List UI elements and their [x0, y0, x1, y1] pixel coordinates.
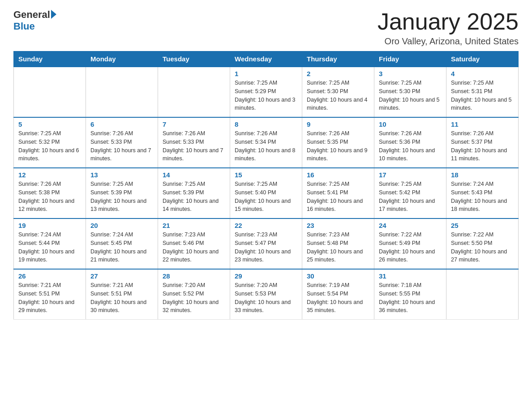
day-info: Sunrise: 7:26 AMSunset: 5:37 PMDaylight:… [451, 129, 514, 163]
day-number: 19 [18, 222, 81, 229]
day-info: Sunrise: 7:19 AMSunset: 5:54 PMDaylight:… [307, 281, 369, 315]
calendar-cell: 24Sunrise: 7:22 AMSunset: 5:49 PMDayligh… [374, 218, 446, 269]
day-number: 22 [235, 222, 297, 229]
calendar-cell: 5Sunrise: 7:25 AMSunset: 5:32 PMDaylight… [14, 117, 86, 168]
day-number: 18 [451, 171, 514, 179]
day-number: 9 [307, 120, 369, 128]
day-info: Sunrise: 7:23 AMSunset: 5:47 PMDaylight:… [235, 231, 297, 264]
day-number: 30 [307, 272, 369, 280]
day-info: Sunrise: 7:22 AMSunset: 5:49 PMDaylight:… [379, 231, 442, 264]
day-number: 14 [163, 171, 225, 179]
day-number: 13 [90, 171, 153, 179]
calendar-cell: 18Sunrise: 7:24 AMSunset: 5:43 PMDayligh… [446, 168, 519, 218]
logo-general: General [13, 9, 50, 21]
day-info: Sunrise: 7:25 AMSunset: 5:41 PMDaylight:… [307, 180, 369, 214]
week-row-2: 5Sunrise: 7:25 AMSunset: 5:32 PMDaylight… [14, 117, 519, 168]
day-info: Sunrise: 7:25 AMSunset: 5:29 PMDaylight:… [235, 79, 297, 112]
day-info: Sunrise: 7:22 AMSunset: 5:50 PMDaylight:… [451, 231, 514, 264]
day-info: Sunrise: 7:21 AMSunset: 5:51 PMDaylight:… [90, 281, 153, 315]
calendar-cell: 17Sunrise: 7:25 AMSunset: 5:42 PMDayligh… [374, 168, 446, 218]
week-row-5: 26Sunrise: 7:21 AMSunset: 5:51 PMDayligh… [14, 269, 519, 320]
title-block: January 2025 Oro Valley, Arizona, United… [378, 9, 519, 47]
day-info: Sunrise: 7:25 AMSunset: 5:30 PMDaylight:… [307, 79, 369, 112]
day-number: 25 [451, 222, 514, 229]
header-cell-friday: Friday [374, 51, 446, 67]
calendar-cell: 11Sunrise: 7:26 AMSunset: 5:37 PMDayligh… [446, 117, 519, 168]
calendar-cell: 26Sunrise: 7:21 AMSunset: 5:51 PMDayligh… [14, 269, 86, 320]
calendar-cell: 10Sunrise: 7:26 AMSunset: 5:36 PMDayligh… [374, 117, 446, 168]
day-number: 31 [379, 272, 442, 280]
logo: General Blue [13, 9, 56, 32]
day-number: 28 [163, 272, 225, 280]
calendar-cell: 16Sunrise: 7:25 AMSunset: 5:41 PMDayligh… [302, 168, 374, 218]
day-info: Sunrise: 7:18 AMSunset: 5:55 PMDaylight:… [379, 281, 442, 315]
calendar-cell: 4Sunrise: 7:25 AMSunset: 5:31 PMDaylight… [446, 67, 519, 117]
day-number: 24 [379, 222, 442, 229]
day-number: 6 [90, 120, 153, 128]
calendar-cell: 3Sunrise: 7:25 AMSunset: 5:30 PMDaylight… [374, 67, 446, 117]
calendar-cell [14, 67, 86, 117]
calendar-cell: 19Sunrise: 7:24 AMSunset: 5:44 PMDayligh… [14, 218, 86, 269]
calendar-cell: 14Sunrise: 7:25 AMSunset: 5:39 PMDayligh… [158, 168, 230, 218]
calendar-cell: 12Sunrise: 7:26 AMSunset: 5:38 PMDayligh… [14, 168, 86, 218]
day-info: Sunrise: 7:24 AMSunset: 5:43 PMDaylight:… [451, 180, 514, 214]
day-info: Sunrise: 7:26 AMSunset: 5:36 PMDaylight:… [379, 129, 442, 163]
day-number: 29 [235, 272, 297, 280]
day-number: 27 [90, 272, 153, 280]
day-number: 3 [379, 70, 442, 77]
calendar-cell: 8Sunrise: 7:26 AMSunset: 5:34 PMDaylight… [230, 117, 302, 168]
calendar-table: SundayMondayTuesdayWednesdayThursdayFrid… [13, 51, 519, 320]
week-row-3: 12Sunrise: 7:26 AMSunset: 5:38 PMDayligh… [14, 168, 519, 218]
day-info: Sunrise: 7:25 AMSunset: 5:40 PMDaylight:… [235, 180, 297, 214]
day-number: 20 [90, 222, 153, 229]
header-cell-thursday: Thursday [302, 51, 374, 67]
calendar-cell: 25Sunrise: 7:22 AMSunset: 5:50 PMDayligh… [446, 218, 519, 269]
day-number: 17 [379, 171, 442, 179]
day-info: Sunrise: 7:23 AMSunset: 5:46 PMDaylight:… [163, 231, 225, 264]
day-info: Sunrise: 7:25 AMSunset: 5:39 PMDaylight:… [163, 180, 225, 214]
calendar-cell: 31Sunrise: 7:18 AMSunset: 5:55 PMDayligh… [374, 269, 446, 320]
calendar-cell: 2Sunrise: 7:25 AMSunset: 5:30 PMDaylight… [302, 67, 374, 117]
day-info: Sunrise: 7:26 AMSunset: 5:34 PMDaylight:… [235, 129, 297, 163]
calendar-subtitle: Oro Valley, Arizona, United States [378, 36, 519, 47]
day-number: 10 [379, 120, 442, 128]
calendar-cell [86, 67, 158, 117]
calendar-cell: 21Sunrise: 7:23 AMSunset: 5:46 PMDayligh… [158, 218, 230, 269]
day-info: Sunrise: 7:25 AMSunset: 5:39 PMDaylight:… [90, 180, 153, 214]
day-number: 7 [163, 120, 225, 128]
calendar-cell: 13Sunrise: 7:25 AMSunset: 5:39 PMDayligh… [86, 168, 158, 218]
day-number: 26 [18, 272, 81, 280]
day-info: Sunrise: 7:26 AMSunset: 5:33 PMDaylight:… [163, 129, 225, 163]
calendar-cell: 22Sunrise: 7:23 AMSunset: 5:47 PMDayligh… [230, 218, 302, 269]
day-number: 12 [18, 171, 81, 179]
calendar-cell: 28Sunrise: 7:20 AMSunset: 5:52 PMDayligh… [158, 269, 230, 320]
calendar-cell: 1Sunrise: 7:25 AMSunset: 5:29 PMDaylight… [230, 67, 302, 117]
day-info: Sunrise: 7:26 AMSunset: 5:33 PMDaylight:… [90, 129, 153, 163]
day-info: Sunrise: 7:20 AMSunset: 5:52 PMDaylight:… [163, 281, 225, 315]
day-info: Sunrise: 7:25 AMSunset: 5:32 PMDaylight:… [18, 129, 81, 163]
day-info: Sunrise: 7:24 AMSunset: 5:44 PMDaylight:… [18, 231, 81, 264]
day-number: 15 [235, 171, 297, 179]
day-number: 11 [451, 120, 514, 128]
header-row: SundayMondayTuesdayWednesdayThursdayFrid… [14, 51, 519, 67]
logo-blue: Blue [13, 21, 35, 32]
header-cell-saturday: Saturday [446, 51, 519, 67]
day-number: 1 [235, 70, 297, 77]
calendar-cell: 27Sunrise: 7:21 AMSunset: 5:51 PMDayligh… [86, 269, 158, 320]
day-info: Sunrise: 7:25 AMSunset: 5:30 PMDaylight:… [379, 79, 442, 112]
day-number: 16 [307, 171, 369, 179]
calendar-body: 1Sunrise: 7:25 AMSunset: 5:29 PMDaylight… [14, 67, 519, 320]
calendar-cell: 7Sunrise: 7:26 AMSunset: 5:33 PMDaylight… [158, 117, 230, 168]
calendar-cell: 30Sunrise: 7:19 AMSunset: 5:54 PMDayligh… [302, 269, 374, 320]
calendar-cell [446, 269, 519, 320]
day-number: 23 [307, 222, 369, 229]
day-number: 5 [18, 120, 81, 128]
calendar-cell [158, 67, 230, 117]
calendar-cell: 9Sunrise: 7:26 AMSunset: 5:35 PMDaylight… [302, 117, 374, 168]
day-number: 21 [163, 222, 225, 229]
header-cell-monday: Monday [86, 51, 158, 67]
day-info: Sunrise: 7:24 AMSunset: 5:45 PMDaylight:… [90, 231, 153, 264]
calendar-cell: 29Sunrise: 7:20 AMSunset: 5:53 PMDayligh… [230, 269, 302, 320]
calendar-cell: 20Sunrise: 7:24 AMSunset: 5:45 PMDayligh… [86, 218, 158, 269]
day-info: Sunrise: 7:26 AMSunset: 5:38 PMDaylight:… [18, 180, 81, 214]
